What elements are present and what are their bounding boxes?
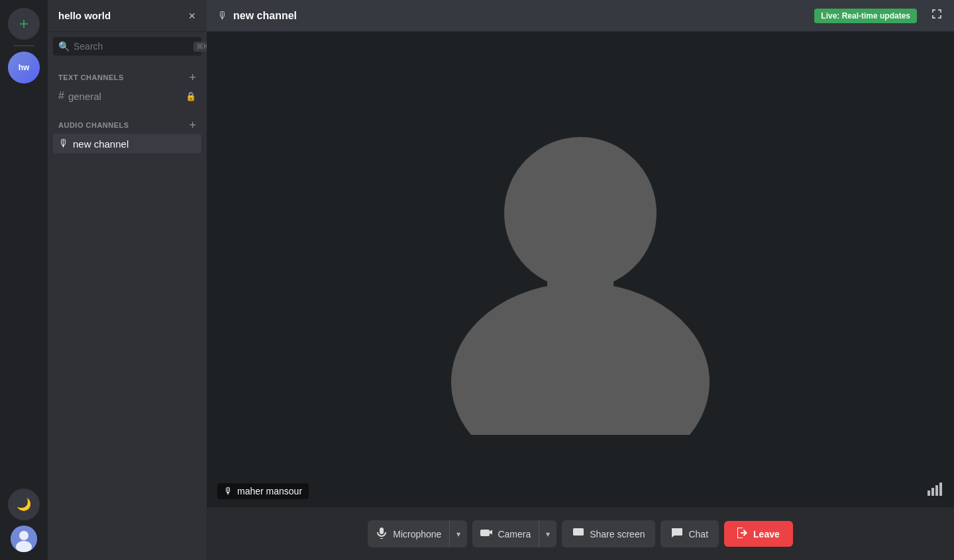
microphone-label: Microphone [393, 529, 441, 539]
moon-icon: 🌙 [17, 497, 31, 512]
fullscreen-icon [930, 7, 943, 21]
camera-button[interactable]: Camera [472, 520, 539, 547]
rail-divider [13, 45, 34, 46]
channel-sidebar: hello world ✕ 🔍 ⌘K TEXT CHANNELS + # gen… [48, 0, 207, 560]
user-avatar-rail[interactable] [11, 526, 37, 552]
search-bar[interactable]: 🔍 ⌘K [53, 37, 201, 56]
fullscreen-button[interactable] [930, 7, 943, 24]
svg-rect-8 [935, 485, 938, 496]
text-channels-section: TEXT CHANNELS + # general 🔒 [48, 61, 207, 109]
signal-icon [928, 483, 943, 499]
channel-mic-icon: 🎙 [217, 10, 228, 22]
add-server-button[interactable]: + [8, 8, 40, 40]
leave-icon [737, 528, 748, 540]
channel-label-general: general [68, 91, 101, 102]
search-icon: 🔍 [58, 41, 70, 52]
server-header[interactable]: hello world ✕ [48, 0, 207, 32]
chat-icon [671, 527, 683, 541]
microphone-icon: 🎙 [58, 138, 69, 150]
lock-icon: 🔒 [186, 91, 196, 101]
share-screen-icon [572, 527, 584, 541]
hash-icon: # [58, 90, 64, 102]
microphone-control: Microphone ▾ [368, 520, 467, 547]
chevron-down-camera-icon: ▾ [546, 530, 550, 539]
channel-title: new channel [233, 10, 297, 22]
voice-area: 🎙 maher mansour [207, 32, 954, 507]
share-screen-label: Share screen [590, 529, 645, 539]
channel-label-new-channel: new channel [73, 138, 129, 150]
share-screen-button[interactable]: Share screen [562, 520, 655, 547]
leave-button[interactable]: Leave [724, 521, 793, 547]
microphone-button[interactable]: Microphone [368, 520, 449, 547]
camera-btn-icon [480, 527, 492, 541]
chat-button[interactable]: Chat [661, 520, 719, 547]
microphone-btn-icon [376, 527, 388, 541]
top-bar: 🎙 new channel Live: Real-time updates [207, 0, 954, 32]
text-channels-header: TEXT CHANNELS + [53, 71, 201, 83]
camera-control: Camera ▾ [472, 520, 556, 547]
chevron-down-mic-icon: ▾ [456, 530, 460, 539]
add-text-channel-button[interactable]: + [189, 71, 196, 83]
server-rail: + hw 🌙 [0, 0, 48, 560]
chevron-down-icon: ✕ [188, 11, 196, 21]
svg-point-3 [504, 137, 657, 289]
add-audio-channel-button[interactable]: + [189, 119, 196, 131]
leave-label: Leave [753, 529, 780, 539]
svg-point-1 [19, 531, 28, 540]
microphone-dropdown-button[interactable]: ▾ [449, 520, 467, 547]
svg-rect-6 [928, 490, 930, 496]
camera-dropdown-button[interactable]: ▾ [539, 520, 556, 547]
camera-label: Camera [498, 529, 531, 539]
user-silhouette [441, 104, 719, 435]
rail-bottom: 🌙 [8, 489, 40, 560]
audio-channels-header: AUDIO CHANNELS + [53, 119, 201, 131]
search-input[interactable] [74, 41, 189, 52]
voice-username: maher mansour [237, 486, 302, 496]
moon-icon-button[interactable]: 🌙 [8, 489, 40, 520]
audio-channels-label: AUDIO CHANNELS [58, 121, 129, 129]
channel-item-new-channel[interactable]: 🎙 new channel [53, 134, 201, 154]
voice-user-label: 🎙 maher mansour [217, 483, 309, 499]
svg-rect-9 [939, 483, 942, 496]
bottom-toolbar: Microphone ▾ Camera ▾ Share screen [207, 507, 954, 560]
server-name: hello world [58, 10, 111, 21]
svg-rect-7 [931, 488, 934, 496]
text-channels-label: TEXT CHANNELS [58, 73, 124, 81]
chat-label: Chat [688, 529, 708, 539]
svg-rect-5 [547, 276, 613, 316]
server-icon-hello-world[interactable]: hw [8, 52, 40, 83]
svg-rect-10 [573, 528, 584, 536]
channel-item-general[interactable]: # general 🔒 [53, 86, 201, 106]
signal-bars-icon [928, 483, 943, 496]
live-badge: Live: Real-time updates [814, 9, 917, 23]
user-avatar-svg [11, 526, 37, 552]
audio-channels-section: AUDIO CHANNELS + 🎙 new channel [48, 109, 207, 156]
mic-muted-icon: 🎙 [224, 486, 233, 496]
main-content: 🎙 new channel Live: Real-time updates 🎙 … [207, 0, 954, 560]
